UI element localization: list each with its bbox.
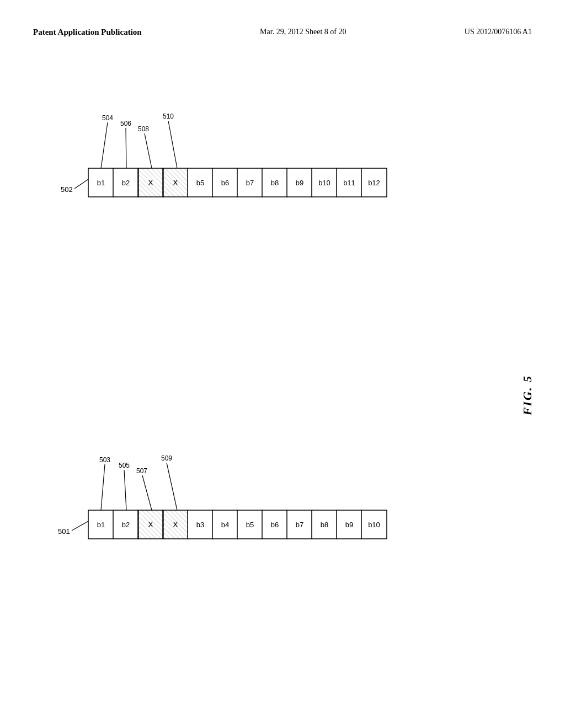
upper-diagram-svg: 502 504 506 508 510 b1 b2 X <box>55 110 414 221</box>
cell-b10-upper-text: b10 <box>318 179 331 187</box>
ref-506-line <box>126 128 126 168</box>
cell-b3-lower-text: b3 <box>196 521 204 529</box>
cell-b10-lower-text: b10 <box>368 521 380 529</box>
ref-503-label: 503 <box>99 456 110 464</box>
ref-508-label: 508 <box>138 125 149 133</box>
ref-510-label: 510 <box>163 113 174 120</box>
cell-b6-upper-text: b6 <box>221 179 229 187</box>
ref-506-label: 506 <box>120 120 131 127</box>
ref-505-line <box>124 470 126 510</box>
ref-504-label: 504 <box>102 114 113 122</box>
ref-501-label: 501 <box>58 527 70 536</box>
cell-b8-lower-text: b8 <box>321 521 328 529</box>
cell-b1-lower-text: b1 <box>97 521 105 529</box>
publication-number: US 2012/0076106 A1 <box>465 28 532 37</box>
figure-label: FIG. 5 <box>520 375 535 415</box>
ref-509-label: 509 <box>161 454 172 462</box>
ref-504-line <box>101 122 108 168</box>
cell-x2-upper-text: X <box>173 178 178 187</box>
ref-509-line <box>167 463 177 510</box>
cell-b5-upper-text: b5 <box>196 179 204 187</box>
ref-503-line <box>101 464 105 510</box>
cell-b7-lower-text: b7 <box>296 521 303 529</box>
ref-502-label: 502 <box>61 185 73 194</box>
cell-b2-upper-text: b2 <box>122 179 130 187</box>
cell-b5-lower-text: b5 <box>246 521 254 529</box>
cell-x2-lower-text: X <box>173 520 178 529</box>
ref-505-label: 505 <box>119 462 130 469</box>
cell-b12-upper-text: b12 <box>368 179 380 187</box>
cell-x1-upper-text: X <box>148 178 153 187</box>
cell-b6-lower-text: b6 <box>271 521 279 529</box>
ref-507-label: 507 <box>136 467 147 475</box>
cell-x1-lower-text: X <box>148 520 153 529</box>
cell-b2-lower-text: b2 <box>122 521 130 529</box>
ref-508-line <box>145 133 152 168</box>
cell-b7-upper-text: b7 <box>246 179 254 187</box>
publication-title: Patent Application Publication <box>33 28 142 37</box>
cell-b9-lower-text: b9 <box>345 521 353 529</box>
upper-diagram: 502 504 506 508 510 b1 b2 X <box>55 110 414 223</box>
ref-507-line <box>142 475 152 510</box>
ref-501-line <box>72 521 88 531</box>
ref-510-line <box>168 121 177 168</box>
lower-diagram: 501 503 505 507 509 b1 b2 X X b3 b4 <box>55 452 408 565</box>
page-header: Patent Application Publication Mar. 29, … <box>0 28 565 37</box>
cell-b11-upper-text: b11 <box>343 179 355 187</box>
cell-b8-upper-text: b8 <box>271 179 279 187</box>
cell-b9-upper-text: b9 <box>296 179 303 187</box>
cell-b4-lower-text: b4 <box>221 521 229 529</box>
lower-diagram-svg: 501 503 505 507 509 b1 b2 X X b3 b4 <box>55 452 408 563</box>
publication-date-sheet: Mar. 29, 2012 Sheet 8 of 20 <box>260 28 346 37</box>
ref-502-line <box>74 179 88 189</box>
cell-b1-upper-text: b1 <box>97 179 105 187</box>
